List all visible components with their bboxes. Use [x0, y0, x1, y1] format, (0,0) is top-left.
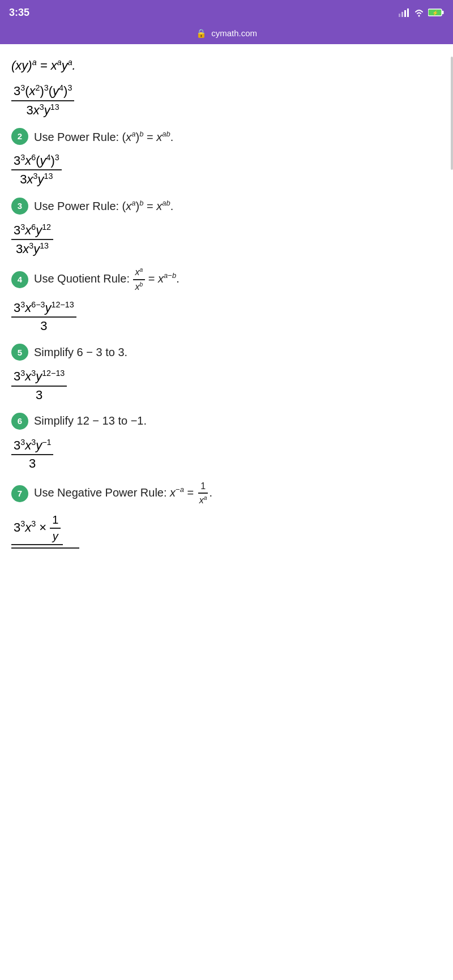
step-3-rule: Use Power Rule: (xa)b = xab.: [34, 199, 173, 213]
step-5-circle: 5: [11, 344, 28, 361]
fraction-5: 33x3y12−13 3: [11, 369, 67, 402]
numerator-5: 33x3y12−13: [11, 369, 67, 386]
fraction-2: 33x6(y4)3 3x3y13: [11, 153, 62, 187]
fraction-6: 33x3y−1 3: [11, 438, 53, 471]
quotient-rule-fraction: xa xb: [133, 267, 146, 292]
url-bar[interactable]: 🔒 cymath.com: [0, 25, 453, 44]
numerator-6: 33x3y−1: [11, 438, 53, 455]
denominator-3: 3x3y13: [14, 240, 51, 256]
step4-fraction: 33x6−3y12−13 3: [11, 300, 442, 333]
step-2-label: 2 Use Power Rule: (xa)b = xab.: [11, 128, 442, 145]
np-num: 1: [198, 481, 208, 494]
step1-fraction: 33(x2)3(y4)3 3x3y13: [11, 83, 442, 118]
status-bar: 3:35 ⚡: [0, 0, 453, 25]
scrollbar[interactable]: [451, 57, 453, 170]
wifi-icon: [413, 8, 425, 17]
numerator-2: 33x6(y4)3: [11, 153, 62, 170]
svg-rect-3: [407, 8, 409, 17]
fraction-7: 33x3 × 1 y: [11, 513, 63, 545]
fraction-3: 33x6y12 3x3y13: [11, 222, 53, 257]
step5-fraction: 33x3y12−13 3: [11, 369, 442, 402]
svg-text:⚡: ⚡: [432, 10, 439, 16]
step-7-rule: Use Negative Power Rule: x−a = 1 xa .: [34, 481, 212, 506]
status-icons: ⚡: [399, 8, 444, 17]
fraction-4: 33x6−3y12−13 3: [11, 300, 76, 333]
step-7-label: 7 Use Negative Power Rule: x−a = 1 xa .: [11, 481, 442, 506]
step6-fraction: 33x3y−1 3: [11, 438, 442, 471]
svg-rect-1: [401, 12, 403, 17]
svg-point-4: [418, 15, 420, 17]
numerator-4: 33x6−3y12−13: [11, 300, 76, 318]
step-6-circle: 6: [11, 413, 28, 430]
intro-formula: (xy)a = xaya.: [11, 58, 442, 73]
qr-num: xa: [133, 267, 146, 280]
step-7-circle: 7: [11, 485, 28, 502]
qr-den: xb: [133, 280, 146, 292]
numerator-3: 33x6y12: [11, 222, 53, 240]
denominator-1: 3x3y13: [24, 101, 62, 118]
step7-expr: 33x3 × 1 y: [11, 513, 442, 549]
denominator-5: 3: [33, 387, 45, 403]
step-2-rule: Use Power Rule: (xa)b = xab.: [34, 130, 173, 144]
svg-rect-6: [442, 11, 444, 14]
lock-icon: 🔒: [196, 28, 207, 38]
step-3-circle: 3: [11, 198, 28, 215]
step2-fraction: 33x6(y4)3 3x3y13: [11, 153, 442, 187]
numerator-7: 33x3 × 1 y: [11, 513, 63, 545]
step-3-label: 3 Use Power Rule: (xa)b = xab.: [11, 198, 442, 215]
step3-fraction: 33x6y12 3x3y13: [11, 222, 442, 257]
step-5-label: 5 Simplify 6 − 3 to 3.: [11, 344, 442, 361]
inner-fraction-7: 1 y: [50, 513, 61, 543]
step-5-text: Simplify 6 − 3 to 3.: [34, 346, 127, 359]
battery-icon: ⚡: [428, 8, 444, 17]
denominator-2: 3x3y13: [18, 170, 55, 187]
fraction-1: 33(x2)3(y4)3 3x3y13: [11, 83, 74, 118]
inner-den-7: y: [50, 529, 61, 543]
step-2-circle: 2: [11, 128, 28, 145]
step-6-text: Simplify 12 − 13 to −1.: [34, 414, 147, 427]
signal-icon: [399, 8, 410, 17]
neg-power-fraction: 1 xa: [197, 481, 210, 506]
denominator-4: 3: [38, 318, 49, 333]
step-6-label: 6 Simplify 12 − 13 to −1.: [11, 413, 442, 430]
np-den: xa: [197, 494, 210, 506]
status-time: 3:35: [9, 7, 29, 19]
svg-rect-0: [399, 14, 400, 17]
intro-expr: (xy)a = xaya.: [11, 58, 76, 72]
bottom-divider: [11, 547, 79, 549]
step-4-circle: 4: [11, 271, 28, 288]
numerator-1: 33(x2)3(y4)3: [11, 83, 74, 101]
url-text: cymath.com: [211, 28, 257, 38]
inner-num-7: 1: [50, 513, 61, 529]
step-4-rule: Use Quotient Rule: xa xb = xa−b.: [34, 267, 180, 292]
main-content: (xy)a = xaya. 33(x2)3(y4)3 3x3y13 2 Use …: [0, 44, 453, 576]
svg-rect-2: [404, 10, 406, 17]
denominator-6: 3: [27, 455, 38, 471]
step-4-label: 4 Use Quotient Rule: xa xb = xa−b.: [11, 267, 442, 292]
